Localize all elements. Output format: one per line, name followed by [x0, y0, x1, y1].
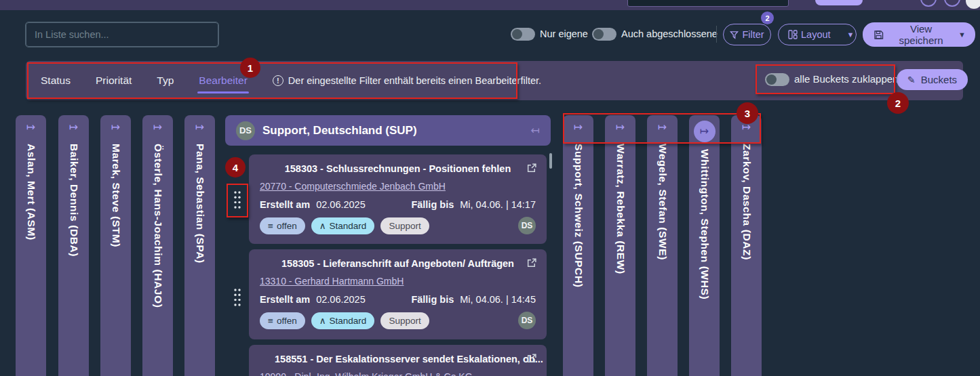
filter-count-badge: 2: [761, 12, 774, 24]
expand-column-icon[interactable]: ↦: [111, 122, 120, 133]
bucket-column-collapsed[interactable]: ↦ Whittington, Stephen (WHS): [689, 115, 720, 376]
bucket-column-collapsed[interactable]: ↦ Österle, Hans-Joachim (HAJO): [142, 115, 173, 376]
due-value: Mi, 04.06. | 14:45: [460, 294, 536, 305]
bucket-title: Support, Deutschland (SUP): [262, 124, 524, 138]
ticket-title: 158303 - Schlussrechnungen - Positionen …: [285, 163, 511, 174]
chevron-up-icon: ∧: [319, 220, 326, 231]
layout-icon: [788, 30, 798, 39]
annotation-marker-2: 2: [887, 92, 909, 114]
expand-column-icon[interactable]: ↦: [26, 122, 35, 133]
filter-funnel-icon: [730, 30, 739, 39]
filter-button[interactable]: Filter: [723, 24, 771, 45]
type-badge: Support: [380, 217, 429, 234]
created-label: Erstellt am: [260, 294, 310, 305]
bucket-avatar: DS: [236, 121, 255, 140]
user-avatar[interactable]: [966, 0, 980, 9]
due-field: Fällig bisMi, 04.06. | 14:17: [411, 199, 536, 210]
save-icon: [874, 30, 884, 40]
toggle-knob: [766, 75, 777, 85]
bucket-column-collapsed[interactable]: ↦ Warratz, Rebekka (REW): [605, 115, 635, 376]
bucket-label: Aslan, Mert (ASM): [25, 144, 37, 241]
bucket-label: Österle, Hans-Joachim (HAJO): [152, 144, 164, 308]
ticket-card[interactable]: 158551 - Der Eskalationsserver sendet Es…: [249, 345, 547, 376]
chevron-down-icon[interactable]: ▼: [958, 30, 966, 39]
header-icon-button[interactable]: [944, 0, 960, 7]
tab-status[interactable]: Status: [41, 61, 71, 100]
bucket-label: Support, Schweiz (SUPCH): [572, 144, 585, 287]
bucket-column-collapsed[interactable]: ↦ Baiker, Dennis (DBA): [58, 115, 89, 376]
expand-column-icon[interactable]: ↦: [69, 122, 78, 133]
expand-column-icon[interactable]: ↦: [658, 122, 667, 133]
buckets-button-label: Buckets: [921, 74, 957, 85]
customer-link[interactable]: 10900 - Dipl.-Ing. Wilhelm Krieger GmbH …: [260, 371, 473, 376]
expand-column-icon[interactable]: ↦: [700, 126, 709, 137]
ticket-card[interactable]: 158305 - Lieferanschrift auf Angeboten/ …: [249, 249, 547, 339]
only-own-label: Nur eigene: [540, 28, 588, 39]
filter-info-text: Der eingestellte Filter enthält bereits …: [288, 75, 541, 86]
also-closed-label: Auch abgeschlossene: [621, 28, 718, 39]
bucket-label: Pana, Sebastian (SPA): [194, 144, 206, 264]
open-ticket-icon[interactable]: [526, 353, 537, 364]
tab-typ[interactable]: Typ: [157, 61, 174, 100]
filter-info-message: ! Der eingestellte Filter enthält bereit…: [273, 75, 541, 86]
tab-list: Status Priorität Typ Bearbeiter ! Der ei…: [41, 61, 541, 100]
priority-badge: ∧Standard: [311, 217, 375, 234]
expand-column-icon[interactable]: ↦: [153, 122, 162, 133]
layout-button-label: Layout: [801, 29, 831, 40]
annotation-marker-3: 3: [737, 102, 758, 124]
filter-button-label: Filter: [742, 29, 764, 40]
open-ticket-icon[interactable]: [526, 163, 537, 173]
bucket-column-collapsed[interactable]: ↦ Wegele, Stefan (SWE): [647, 115, 678, 376]
open-ticket-icon[interactable]: [526, 257, 537, 268]
drag-handle[interactable]: [233, 190, 242, 210]
drag-handle[interactable]: [233, 287, 242, 308]
ticket-title: 158305 - Lieferanschrift auf Angeboten/ …: [281, 258, 514, 269]
customer-link[interactable]: 13310 - Gerhard Hartmann GmbH: [260, 276, 404, 287]
expand-column-icon[interactable]: ↦: [616, 122, 625, 133]
ticket-card[interactable]: 158303 - Schlussrechnungen - Positionen …: [249, 154, 547, 244]
layout-button[interactable]: Layout ▼: [778, 24, 857, 45]
app-header-strip: [0, 0, 980, 10]
buckets-button[interactable]: ✎ Buckets: [897, 69, 968, 90]
also-closed-toggle[interactable]: [592, 28, 616, 41]
save-view-button[interactable]: View speichern ▼: [863, 22, 975, 47]
type-badge: Support: [380, 312, 429, 329]
bucket-label: Marek, Steve (STM): [110, 144, 122, 247]
assignee-avatar: DS: [518, 217, 536, 234]
collapse-column-icon[interactable]: ↤: [531, 124, 540, 137]
collapse-all-buckets-label: alle Buckets zuklappen: [794, 73, 898, 85]
due-value: Mi, 04.06. | 14:17: [460, 199, 536, 210]
search-input[interactable]: [26, 22, 218, 47]
chevron-down-icon[interactable]: ▼: [847, 30, 855, 39]
status-badge: ≡offen: [260, 312, 305, 329]
collapse-all-buckets-toggle[interactable]: [765, 73, 789, 86]
bucket-column-collapsed[interactable]: ↦ Support, Schweiz (SUPCH): [563, 115, 593, 376]
bucket-column-collapsed[interactable]: ↦ Zarkov, Dascha (DAZ): [731, 115, 762, 376]
only-own-toggle[interactable]: [511, 28, 535, 41]
annotation-marker-4: 4: [225, 157, 246, 177]
annotation-marker-1: 1: [240, 58, 260, 78]
column-scrollbar[interactable]: [549, 153, 552, 169]
header-primary-button[interactable]: [815, 0, 863, 5]
toolbar-divider: [716, 26, 717, 43]
created-value: 02.06.2025: [316, 294, 366, 305]
list-icon: ≡: [268, 221, 273, 231]
status-badge: ≡offen: [260, 217, 305, 234]
expand-column-icon[interactable]: ↦: [195, 122, 204, 133]
header-icon-button[interactable]: [920, 0, 937, 7]
bucket-header-support-deutschland[interactable]: DS Support, Deutschland (SUP) ↤: [225, 115, 551, 146]
global-search-input[interactable]: [627, 0, 789, 7]
bucket-column-collapsed[interactable]: ↦ Aslan, Mert (ASM): [16, 115, 46, 376]
ticket-title: 158551 - Der Eskalationsserver sendet Es…: [275, 354, 543, 364]
created-field: Erstellt am02.06.2025: [260, 199, 366, 210]
bucket-label: Baiker, Dennis (DBA): [68, 144, 80, 257]
customer-link[interactable]: 20770 - Computerschmiede Jenbach GmbH: [260, 181, 446, 192]
expand-icon-highlight: ↦: [694, 121, 716, 142]
expand-column-icon[interactable]: ↦: [574, 122, 583, 133]
tab-prioritaet[interactable]: Priorität: [96, 61, 132, 100]
assignee-avatar: DS: [518, 312, 536, 329]
pencil-icon: ✎: [907, 75, 916, 85]
bucket-column-collapsed[interactable]: ↦ Pana, Sebastian (SPA): [184, 115, 215, 376]
due-label: Fällig bis: [411, 199, 454, 210]
bucket-column-collapsed[interactable]: ↦ Marek, Steve (STM): [100, 115, 131, 376]
